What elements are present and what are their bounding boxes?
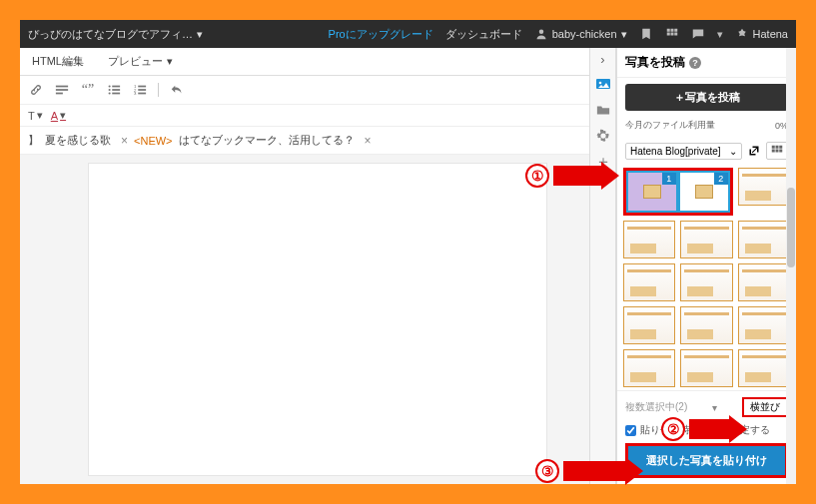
- numbered-list-icon[interactable]: 123: [132, 82, 148, 98]
- layout-horizontal-button[interactable]: 横並び: [742, 397, 788, 417]
- thumb[interactable]: [623, 349, 675, 387]
- chevron-down-icon: ▾: [167, 55, 173, 68]
- tag-remove-icon[interactable]: ×: [121, 134, 128, 148]
- folder-icon[interactable]: [594, 101, 612, 119]
- chevron-down-icon: ▾: [717, 28, 723, 41]
- svg-rect-24: [772, 146, 775, 149]
- readmore-icon[interactable]: [54, 82, 70, 98]
- checkbox-input[interactable]: [625, 425, 636, 436]
- editor-canvas[interactable]: [88, 163, 547, 476]
- svg-rect-9: [56, 93, 63, 95]
- svg-rect-4: [666, 33, 669, 36]
- user-menu[interactable]: baby-chicken ▾: [534, 27, 627, 41]
- panel-header: 写真を投稿 ?: [617, 48, 796, 78]
- link-icon[interactable]: [28, 82, 44, 98]
- thumb[interactable]: [738, 263, 790, 301]
- chevron-down-icon: ▾: [712, 402, 717, 413]
- quote-icon[interactable]: “”: [80, 82, 96, 98]
- svg-point-12: [109, 89, 111, 91]
- hatena-brand[interactable]: Hatena: [735, 27, 788, 41]
- chat-icon[interactable]: [691, 27, 705, 41]
- thumb[interactable]: [623, 306, 675, 344]
- tab-preview[interactable]: プレビュー ▾: [100, 50, 181, 73]
- help-icon[interactable]: ?: [689, 57, 701, 69]
- usage-row: 今月のファイル利用量 0%: [617, 117, 796, 138]
- font-color-label: A: [51, 110, 58, 122]
- svg-rect-3: [674, 29, 677, 32]
- plus-icon[interactable]: ＋: [594, 153, 612, 171]
- font-color-dropdown[interactable]: A▾: [51, 109, 66, 122]
- topbar: ぴっぴのはてなブログでアフィ… ▾ Proにアップグレード ダッシュボード ba…: [20, 20, 796, 48]
- svg-rect-27: [772, 150, 775, 153]
- svg-rect-17: [138, 89, 146, 91]
- chevron-down-icon: ⌄: [729, 146, 737, 157]
- external-link-icon[interactable]: [748, 145, 760, 157]
- tab-html-edit[interactable]: HTML編集: [24, 50, 92, 73]
- bracket-icon: 】: [28, 133, 39, 148]
- thumb[interactable]: [680, 306, 732, 344]
- collapse-panel-icon[interactable]: ›: [600, 52, 604, 67]
- text-format-label: T: [28, 110, 35, 122]
- svg-point-10: [109, 85, 111, 87]
- post-tag-new: <NEW>: [134, 135, 173, 147]
- thumb[interactable]: [738, 168, 790, 206]
- paste-selected-button[interactable]: 選択した写真を貼り付け: [625, 443, 788, 478]
- layout-row: 複数選択中(2) ▾ 横並び: [625, 397, 788, 417]
- thumb[interactable]: [680, 349, 732, 387]
- toolbar-separator: [158, 83, 159, 97]
- thumb-preview: [643, 185, 661, 199]
- scrollbar-thumb[interactable]: [787, 188, 795, 267]
- svg-rect-5: [670, 33, 673, 36]
- source-select[interactable]: Hatena Blog[private] ⌄: [625, 143, 742, 160]
- thumb[interactable]: [680, 221, 732, 258]
- thumb[interactable]: [680, 263, 732, 301]
- thumb-selected[interactable]: 2: [678, 171, 730, 213]
- thumb-preview: [695, 185, 713, 199]
- tag-remove-icon[interactable]: ×: [365, 134, 372, 148]
- selection-badge: 1: [662, 173, 676, 185]
- thumb[interactable]: [623, 221, 675, 258]
- blog-title-dropdown[interactable]: ぴっぴのはてなブログでアフィ… ▾: [28, 27, 203, 42]
- usage-label: 今月のファイル利用量: [625, 119, 715, 132]
- svg-text:3: 3: [134, 91, 137, 96]
- svg-rect-15: [112, 93, 120, 95]
- text-format-dropdown[interactable]: T▾: [28, 109, 43, 122]
- editor-toolbar: “” 123: [20, 76, 589, 105]
- svg-rect-6: [674, 33, 677, 36]
- user-icon: [534, 27, 548, 41]
- blog-title-label: ぴっぴのはてなブログでアフィ…: [28, 27, 193, 42]
- editor-area[interactable]: [20, 155, 589, 484]
- thumb[interactable]: [738, 349, 790, 387]
- grid-icon[interactable]: [665, 27, 679, 41]
- source-row: Hatena Blog[private] ⌄: [617, 138, 796, 164]
- thumb-selected[interactable]: 1: [626, 171, 678, 213]
- svg-rect-25: [776, 146, 779, 149]
- selection-badge: 2: [714, 173, 728, 185]
- panel-footer: 複数選択中(2) ▾ 横並び 貼り付け時に詳細を設定する 選択した写真を貼り付け: [617, 390, 796, 484]
- thumbnails-area: 1 2: [617, 164, 796, 390]
- svg-rect-29: [779, 150, 782, 153]
- app-window: ぴっぴのはてなブログでアフィ… ▾ Proにアップグレード ダッシュボード ba…: [20, 20, 796, 484]
- pro-upgrade-link[interactable]: Proにアップグレード: [329, 27, 433, 42]
- list-icon[interactable]: [106, 82, 122, 98]
- source-label: Hatena Blog[private]: [630, 146, 721, 157]
- dashboard-link[interactable]: ダッシュボード: [445, 27, 522, 42]
- photo-upload-icon[interactable]: [594, 75, 612, 93]
- thumb[interactable]: [738, 221, 790, 258]
- gear-icon[interactable]: [594, 127, 612, 145]
- post-tag[interactable]: 夏を感じる歌: [45, 133, 111, 148]
- svg-rect-7: [56, 86, 68, 88]
- username-label: baby-chicken: [552, 28, 617, 40]
- svg-rect-16: [138, 86, 146, 88]
- upload-button[interactable]: ＋写真を投稿: [625, 84, 788, 111]
- thumb[interactable]: [623, 263, 675, 301]
- thumb[interactable]: [738, 306, 790, 344]
- detail-on-paste-checkbox[interactable]: 貼り付け時に詳細を設定する: [625, 423, 788, 437]
- undo-icon[interactable]: [169, 82, 185, 98]
- post-tag[interactable]: はてなブックマーク、活用してる？: [179, 133, 355, 148]
- grid-view-icon[interactable]: [766, 142, 788, 160]
- scrollbar[interactable]: [786, 48, 796, 484]
- hatena-logo-icon: [735, 27, 749, 41]
- hatena-brand-label: Hatena: [753, 28, 788, 40]
- bookmark-icon[interactable]: [639, 27, 653, 41]
